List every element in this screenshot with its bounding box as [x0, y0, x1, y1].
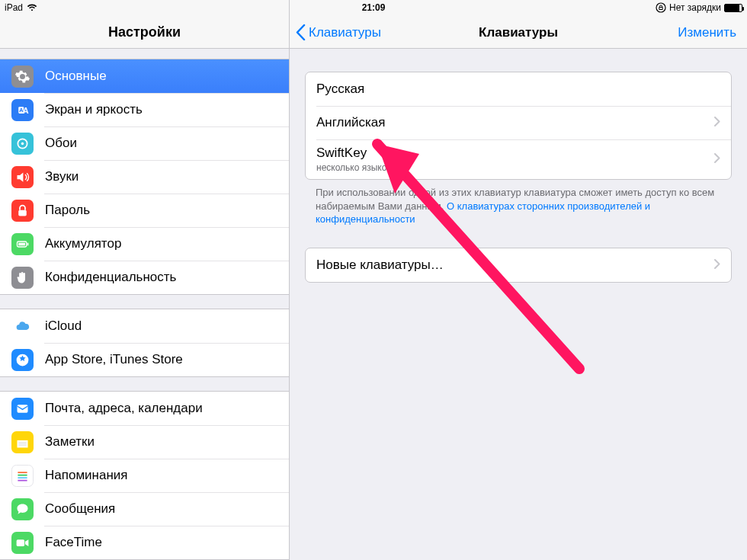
sidebar-item-appstore[interactable]: App Store, iTunes Store: [0, 343, 289, 376]
sidebar-item-wallpaper[interactable]: Обои: [0, 126, 289, 160]
sidebar-item-label: Экран и яркость: [45, 102, 143, 117]
clock: 21:09: [362, 2, 386, 13]
sidebar-item-display[interactable]: AA Экран и яркость: [0, 93, 289, 126]
svg-rect-13: [18, 440, 28, 447]
svg-text:A: A: [23, 105, 29, 114]
keyboard-label: Русская: [316, 82, 364, 97]
svg-rect-11: [18, 405, 28, 413]
svg-rect-6: [18, 210, 27, 216]
chevron-right-icon: [714, 115, 720, 130]
sidebar-item-label: iCloud: [45, 318, 82, 334]
sidebar-item-privacy[interactable]: Конфиденциальность: [0, 261, 289, 294]
speaker-icon: [11, 166, 34, 188]
battery-icon: [11, 233, 34, 255]
sidebar-item-facetime[interactable]: FaceTime: [0, 526, 289, 559]
sidebar-item-label: App Store, iTunes Store: [45, 352, 183, 367]
reminders-icon: [11, 465, 34, 487]
settings-sidebar: Настройки Основные AA Экран и яркость Об…: [0, 0, 290, 560]
svg-rect-12: [18, 437, 28, 440]
chevron-left-icon: [296, 24, 306, 40]
appstore-icon: [11, 349, 34, 371]
detail-pane: Клавиатуры Клавиатуры Изменить Русская А…: [290, 0, 747, 560]
device-label: iPad: [5, 2, 23, 13]
sidebar-item-general[interactable]: Основные: [0, 59, 289, 93]
gear-icon: [11, 66, 34, 88]
sidebar-item-icloud[interactable]: iCloud: [0, 309, 289, 343]
sidebar-item-label: Напоминания: [45, 468, 128, 483]
back-button[interactable]: Клавиатуры: [296, 24, 381, 40]
sidebar-item-label: Аккумулятор: [45, 236, 121, 251]
new-keyboard-group: Новые клавиатуры…: [305, 248, 732, 283]
sidebar-item-label: Конфиденциальность: [45, 270, 176, 285]
svg-point-5: [21, 142, 24, 145]
cloud-icon: [11, 315, 34, 338]
facetime-icon: [11, 532, 34, 554]
sidebar-item-mail[interactable]: Почта, адреса, календари: [0, 392, 289, 425]
notes-icon: [11, 431, 34, 453]
wifi-icon: [27, 4, 37, 11]
svg-rect-20: [17, 539, 25, 546]
sidebar-item-label: Заметки: [45, 434, 95, 450]
edit-button[interactable]: Изменить: [678, 25, 736, 40]
sidebar-item-battery[interactable]: Аккумулятор: [0, 227, 289, 261]
sidebar-item-label: Почта, адреса, календари: [45, 401, 203, 416]
keyboard-sublabel: несколько языков: [316, 162, 392, 173]
brightness-icon: AA: [11, 99, 34, 121]
keyboard-label: Английская: [316, 115, 385, 130]
sidebar-item-label: Пароль: [45, 203, 90, 218]
new-keyboard-row[interactable]: Новые клавиатуры…: [306, 248, 731, 282]
sidebar-item-label: Обои: [45, 136, 77, 151]
sidebar-item-label: Сообщения: [45, 501, 115, 517]
charging-status: Нет зарядки: [669, 2, 721, 13]
sidebar-item-reminders[interactable]: Напоминания: [0, 459, 289, 492]
sidebar-item-label: Основные: [45, 69, 107, 84]
third-party-footer: При использовании одной из этих клавиату…: [316, 186, 721, 226]
messages-icon: [11, 498, 34, 520]
sidebar-item-messages[interactable]: Сообщения: [0, 492, 289, 526]
sidebar-item-label: FaceTime: [45, 535, 102, 550]
chevron-right-icon: [714, 258, 720, 273]
sidebar-item-passcode[interactable]: Пароль: [0, 194, 289, 227]
orientation-lock-icon: [656, 2, 666, 13]
back-label: Клавиатуры: [309, 25, 381, 40]
keyboard-label: SwiftKey: [316, 146, 367, 161]
hand-icon: [11, 267, 34, 289]
keyboard-row-russian[interactable]: Русская: [306, 72, 731, 106]
chevron-right-icon: [714, 152, 720, 167]
mail-icon: [11, 398, 34, 420]
keyboards-group: Русская Английская SwiftKey несколько яз…: [305, 72, 732, 180]
sidebar-item-label: Звуки: [45, 169, 79, 184]
detail-body[interactable]: Русская Английская SwiftKey несколько яз…: [290, 49, 747, 560]
wallpaper-icon: [11, 133, 34, 155]
battery-icon: [724, 4, 742, 12]
keyboard-row-english[interactable]: Английская: [306, 106, 731, 139]
new-keyboard-label: Новые клавиатуры…: [316, 258, 444, 273]
sidebar-item-notes[interactable]: Заметки: [0, 425, 289, 459]
page-title: Клавиатуры: [479, 25, 558, 40]
keyboard-row-swiftkey[interactable]: SwiftKey несколько языков: [306, 139, 731, 179]
lock-icon: [11, 200, 34, 222]
sidebar-scroll[interactable]: Основные AA Экран и яркость Обои Звуки П…: [0, 49, 289, 560]
status-bar: iPad 21:09 Нет зарядки: [0, 0, 747, 15]
svg-rect-8: [27, 242, 29, 245]
sidebar-item-sounds[interactable]: Звуки: [0, 160, 289, 194]
svg-rect-9: [18, 242, 25, 245]
